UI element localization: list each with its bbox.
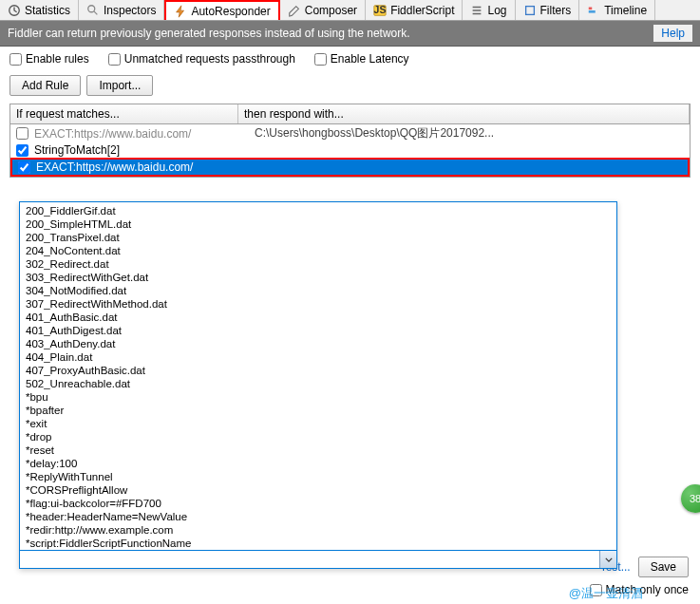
dropdown-item[interactable]: 403_AuthDeny.dat	[24, 337, 613, 350]
svg-text:JS: JS	[374, 4, 387, 15]
tab-label: FiddlerScript	[390, 4, 454, 17]
tab-composer[interactable]: Composer	[280, 0, 366, 20]
svg-rect-6	[589, 10, 596, 13]
dropdown-item[interactable]: 200_TransPixel.dat	[24, 231, 613, 244]
dropdown-list[interactable]: 200_FiddlerGif.dat200_SimpleHTML.dat200_…	[20, 202, 616, 550]
tab-log[interactable]: Log	[463, 0, 515, 20]
svg-point-1	[88, 5, 95, 11]
dropdown-item[interactable]: 404_Plain.dat	[24, 350, 613, 364]
bars-icon	[587, 4, 600, 17]
svg-rect-5	[589, 7, 593, 9]
dropdown-item[interactable]: *flag:ui-backcolor=#FFD700	[24, 497, 613, 510]
rule-respond: C:\Users\hongboss\Desktop\QQ图片2017092...	[255, 125, 686, 142]
rule-checkbox[interactable]	[18, 161, 30, 174]
tab-label: Filters	[540, 4, 572, 17]
dropdown-item[interactable]: 302_Redirect.dat	[24, 257, 613, 271]
response-dropdown: 200_FiddlerGif.dat200_SimpleHTML.dat200_…	[19, 201, 617, 569]
add-rule-button[interactable]: Add Rule	[9, 75, 81, 96]
dropdown-item[interactable]: 407_ProxyAuthBasic.dat	[24, 364, 613, 377]
info-bar: Fiddler can return previously generated …	[0, 21, 700, 47]
dropdown-item[interactable]: 401_AuthDigest.dat	[24, 324, 613, 337]
tab-label: Inspectors	[104, 4, 156, 17]
tab-timeline[interactable]: Timeline	[579, 0, 655, 20]
dropdown-item[interactable]: 200_FiddlerGif.dat	[24, 204, 613, 217]
import-button[interactable]: Import...	[86, 75, 153, 96]
col-header-match[interactable]: If request matches...	[10, 104, 238, 123]
dropdown-item[interactable]: *CORSPreflightAllow	[24, 483, 613, 497]
enable-rules-checkbox[interactable]: Enable rules	[9, 52, 89, 66]
dropdown-item[interactable]: 502_Unreachable.dat	[24, 377, 613, 390]
dropdown-item[interactable]: 204_NoContent.dat	[24, 244, 613, 257]
tab-label: Statistics	[25, 4, 70, 17]
save-button[interactable]: Save	[638, 557, 689, 577]
js-icon: JS	[373, 4, 387, 17]
enable-latency-checkbox[interactable]: Enable Latency	[314, 52, 409, 66]
pencil-icon	[288, 4, 301, 17]
rule-match: EXACT:https://www.baidu.com/	[34, 127, 251, 141]
lightning-icon	[174, 5, 187, 18]
chevron-down-icon[interactable]	[599, 551, 616, 568]
tab-filters[interactable]: Filters	[516, 0, 580, 20]
checkbox-label: Enable Latency	[331, 52, 409, 66]
dropdown-item[interactable]: *ReplyWithTunnel	[24, 470, 613, 483]
badge[interactable]: 38	[681, 484, 700, 513]
dropdown-item[interactable]: 401_AuthBasic.dat	[24, 311, 613, 324]
dropdown-input-row	[20, 550, 616, 568]
dropdown-item[interactable]: *script:FiddlerScriptFunctionName	[24, 537, 613, 550]
watermark: @温一壶清酒	[569, 585, 643, 602]
tab-bar: Statistics Inspectors AutoResponder Comp…	[0, 0, 700, 21]
dropdown-item[interactable]: *drop	[24, 430, 613, 444]
response-input[interactable]	[20, 551, 599, 568]
tab-autoresponder[interactable]: AutoResponder	[164, 0, 279, 20]
dropdown-item[interactable]: *header:HeaderName=NewValue	[24, 510, 613, 523]
dropdown-item[interactable]: *reset	[24, 444, 613, 457]
rule-match: StringToMatch[2]	[34, 143, 251, 157]
checkbox-label: Enable rules	[26, 52, 89, 66]
table-row[interactable]: EXACT:https://www.baidu.com/C:\Users\hon…	[10, 124, 690, 142]
dropdown-item[interactable]: *bpafter	[24, 404, 613, 417]
dropdown-item[interactable]: 307_RedirectWithMethod.dat	[24, 297, 613, 311]
dropdown-item[interactable]: *exit	[24, 417, 613, 430]
clock-icon	[8, 4, 21, 17]
tab-label: Timeline	[604, 4, 647, 17]
tab-label: Composer	[305, 4, 357, 17]
rule-table: If request matches... then respond with.…	[9, 104, 691, 178]
help-link[interactable]: Help	[653, 25, 692, 42]
table-row[interactable]: EXACT:https://www.baidu.com/	[10, 158, 690, 177]
tab-statistics[interactable]: Statistics	[0, 0, 79, 20]
magnifier-icon	[86, 4, 100, 17]
dropdown-item[interactable]: 304_NotModified.dat	[24, 284, 613, 297]
filter-icon	[523, 4, 537, 17]
options-row: Enable rules Unmatched requests passthro…	[0, 47, 700, 71]
unmatched-passthrough-checkbox[interactable]: Unmatched requests passthrough	[108, 52, 295, 66]
info-text: Fiddler can return previously generated …	[8, 27, 410, 40]
checkbox-label: Unmatched requests passthrough	[124, 52, 295, 66]
rule-checkbox[interactable]	[16, 127, 28, 140]
dropdown-item[interactable]: *redir:http://www.example.com	[24, 523, 613, 537]
rule-header: If request matches... then respond with.…	[10, 104, 690, 124]
tab-fiddlerscript[interactable]: JS FiddlerScript	[366, 0, 463, 20]
svg-rect-4	[525, 6, 534, 14]
rule-body: EXACT:https://www.baidu.com/C:\Users\hon…	[10, 124, 690, 177]
list-icon	[470, 4, 483, 17]
table-row[interactable]: StringToMatch[2]	[10, 142, 690, 158]
rule-checkbox[interactable]	[16, 144, 28, 157]
dropdown-item[interactable]: *delay:100	[24, 457, 613, 470]
dropdown-item[interactable]: *bpu	[24, 390, 613, 404]
dropdown-item[interactable]: 303_RedirectWithGet.dat	[24, 271, 613, 284]
tab-label: Log	[487, 4, 506, 17]
tab-inspectors[interactable]: Inspectors	[79, 0, 164, 20]
dropdown-item[interactable]: 200_SimpleHTML.dat	[24, 217, 613, 231]
rule-match: EXACT:https://www.baidu.com/	[36, 160, 253, 174]
col-header-respond[interactable]: then respond with...	[238, 104, 690, 123]
tab-label: AutoResponder	[191, 5, 270, 18]
button-row: Add Rule Import...	[0, 71, 700, 104]
